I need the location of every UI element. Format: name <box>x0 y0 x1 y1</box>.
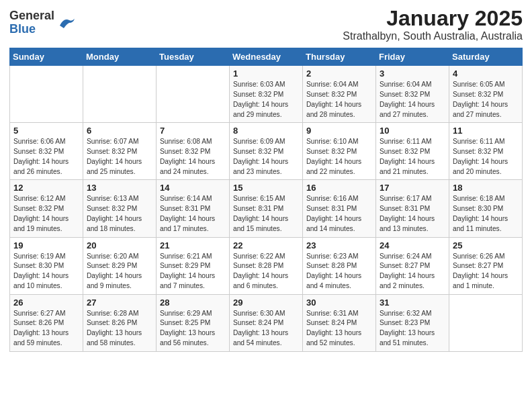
day-number: 21 <box>160 240 226 250</box>
logo: General Blue <box>9 7 76 36</box>
table-row <box>10 66 83 123</box>
calendar-title: January 2025 <box>343 7 523 30</box>
table-row: 22Sunrise: 6:22 AM Sunset: 8:28 PM Dayli… <box>230 237 303 294</box>
table-row: 29Sunrise: 6:30 AM Sunset: 8:24 PM Dayli… <box>230 294 303 351</box>
table-row: 30Sunrise: 6:31 AM Sunset: 8:24 PM Dayli… <box>303 294 376 351</box>
logo-blue-text: Blue <box>9 22 36 36</box>
day-info: Sunrise: 6:04 AM Sunset: 8:32 PM Dayligh… <box>380 80 445 120</box>
day-number: 16 <box>306 183 372 193</box>
day-number: 14 <box>160 183 226 193</box>
day-number: 19 <box>13 240 79 250</box>
day-number: 25 <box>453 240 519 250</box>
day-info: Sunrise: 6:21 AM Sunset: 8:29 PM Dayligh… <box>160 252 226 291</box>
day-info: Sunrise: 6:10 AM Sunset: 8:32 PM Dayligh… <box>306 137 372 177</box>
table-row: 26Sunrise: 6:27 AM Sunset: 8:26 PM Dayli… <box>10 294 83 351</box>
table-row: 25Sunrise: 6:26 AM Sunset: 8:27 PM Dayli… <box>449 237 523 294</box>
day-info: Sunrise: 6:05 AM Sunset: 8:32 PM Dayligh… <box>453 80 519 120</box>
day-info: Sunrise: 6:22 AM Sunset: 8:28 PM Dayligh… <box>233 252 299 291</box>
calendar-table: Sunday Monday Tuesday Wednesday Thursday… <box>9 48 523 352</box>
day-info: Sunrise: 6:20 AM Sunset: 8:29 PM Dayligh… <box>87 252 152 291</box>
logo-bird-icon <box>57 16 76 30</box>
table-row: 15Sunrise: 6:15 AM Sunset: 8:31 PM Dayli… <box>230 180 303 237</box>
table-row: 10Sunrise: 6:11 AM Sunset: 8:32 PM Dayli… <box>376 123 449 180</box>
logo-general-text: General <box>9 9 54 22</box>
day-number: 11 <box>453 126 519 136</box>
header-thursday: Thursday <box>303 48 376 66</box>
table-row: 3Sunrise: 6:04 AM Sunset: 8:32 PM Daylig… <box>376 66 449 123</box>
table-row: 20Sunrise: 6:20 AM Sunset: 8:29 PM Dayli… <box>83 237 157 294</box>
table-row: 11Sunrise: 6:11 AM Sunset: 8:32 PM Dayli… <box>449 123 523 180</box>
day-number: 29 <box>233 298 299 308</box>
table-row: 28Sunrise: 6:29 AM Sunset: 8:25 PM Dayli… <box>157 294 230 351</box>
table-row: 12Sunrise: 6:12 AM Sunset: 8:32 PM Dayli… <box>10 180 83 237</box>
day-number: 10 <box>380 126 445 136</box>
day-number: 30 <box>306 298 372 308</box>
day-info: Sunrise: 6:09 AM Sunset: 8:32 PM Dayligh… <box>233 137 299 177</box>
table-row: 17Sunrise: 6:17 AM Sunset: 8:31 PM Dayli… <box>376 180 449 237</box>
day-number: 12 <box>13 183 79 193</box>
day-number: 23 <box>306 240 372 250</box>
day-number: 3 <box>380 68 445 79</box>
table-row: 18Sunrise: 6:18 AM Sunset: 8:30 PM Dayli… <box>449 180 523 237</box>
day-info: Sunrise: 6:30 AM Sunset: 8:24 PM Dayligh… <box>233 309 299 349</box>
header-sunday: Sunday <box>10 48 83 66</box>
day-info: Sunrise: 6:27 AM Sunset: 8:26 PM Dayligh… <box>13 309 79 349</box>
table-row: 21Sunrise: 6:21 AM Sunset: 8:29 PM Dayli… <box>157 237 230 294</box>
day-info: Sunrise: 6:07 AM Sunset: 8:32 PM Dayligh… <box>87 137 152 177</box>
day-number: 13 <box>87 183 152 193</box>
day-number: 6 <box>87 126 152 136</box>
day-number: 5 <box>13 126 79 136</box>
day-info: Sunrise: 6:15 AM Sunset: 8:31 PM Dayligh… <box>233 194 299 234</box>
day-info: Sunrise: 6:06 AM Sunset: 8:32 PM Dayligh… <box>13 137 79 177</box>
day-info: Sunrise: 6:17 AM Sunset: 8:31 PM Dayligh… <box>380 194 445 234</box>
day-info: Sunrise: 6:29 AM Sunset: 8:25 PM Dayligh… <box>160 309 226 349</box>
day-info: Sunrise: 6:16 AM Sunset: 8:31 PM Dayligh… <box>306 194 372 234</box>
calendar-week-row: 1Sunrise: 6:03 AM Sunset: 8:32 PM Daylig… <box>10 66 523 123</box>
table-row: 24Sunrise: 6:24 AM Sunset: 8:27 PM Dayli… <box>376 237 449 294</box>
header-friday: Friday <box>376 48 449 66</box>
table-row: 8Sunrise: 6:09 AM Sunset: 8:32 PM Daylig… <box>230 123 303 180</box>
table-row <box>449 294 523 351</box>
title-block: January 2025 Strathalbyn, South Australi… <box>343 7 523 42</box>
day-info: Sunrise: 6:32 AM Sunset: 8:23 PM Dayligh… <box>380 309 445 349</box>
day-number: 22 <box>233 240 299 250</box>
table-row: 2Sunrise: 6:04 AM Sunset: 8:32 PM Daylig… <box>303 66 376 123</box>
day-number: 15 <box>233 183 299 193</box>
table-row: 4Sunrise: 6:05 AM Sunset: 8:32 PM Daylig… <box>449 66 523 123</box>
day-info: Sunrise: 6:08 AM Sunset: 8:32 PM Dayligh… <box>160 137 226 177</box>
day-info: Sunrise: 6:28 AM Sunset: 8:26 PM Dayligh… <box>87 309 152 349</box>
day-number: 17 <box>380 183 445 193</box>
header-monday: Monday <box>83 48 157 66</box>
day-number: 28 <box>160 298 226 308</box>
header-wednesday: Wednesday <box>230 48 303 66</box>
day-number: 4 <box>453 68 519 79</box>
day-number: 31 <box>380 298 445 308</box>
table-row: 23Sunrise: 6:23 AM Sunset: 8:28 PM Dayli… <box>303 237 376 294</box>
calendar-week-row: 5Sunrise: 6:06 AM Sunset: 8:32 PM Daylig… <box>10 123 523 180</box>
day-info: Sunrise: 6:18 AM Sunset: 8:30 PM Dayligh… <box>453 194 519 234</box>
page: General Blue January 2025 Strathalbyn, S… <box>0 0 532 411</box>
table-row: 14Sunrise: 6:14 AM Sunset: 8:31 PM Dayli… <box>157 180 230 237</box>
day-info: Sunrise: 6:12 AM Sunset: 8:32 PM Dayligh… <box>13 194 79 234</box>
day-info: Sunrise: 6:11 AM Sunset: 8:32 PM Dayligh… <box>380 137 445 177</box>
table-row: 19Sunrise: 6:19 AM Sunset: 8:30 PM Dayli… <box>10 237 83 294</box>
day-info: Sunrise: 6:31 AM Sunset: 8:24 PM Dayligh… <box>306 309 372 349</box>
calendar-week-row: 26Sunrise: 6:27 AM Sunset: 8:26 PM Dayli… <box>10 294 523 351</box>
day-info: Sunrise: 6:11 AM Sunset: 8:32 PM Dayligh… <box>453 137 519 177</box>
day-info: Sunrise: 6:04 AM Sunset: 8:32 PM Dayligh… <box>306 80 372 120</box>
table-row: 13Sunrise: 6:13 AM Sunset: 8:32 PM Dayli… <box>83 180 157 237</box>
day-info: Sunrise: 6:19 AM Sunset: 8:30 PM Dayligh… <box>13 252 79 291</box>
day-number: 18 <box>453 183 519 193</box>
header: General Blue January 2025 Strathalbyn, S… <box>9 7 523 42</box>
table-row: 6Sunrise: 6:07 AM Sunset: 8:32 PM Daylig… <box>83 123 157 180</box>
table-row <box>157 66 230 123</box>
calendar-week-row: 19Sunrise: 6:19 AM Sunset: 8:30 PM Dayli… <box>10 237 523 294</box>
day-number: 20 <box>87 240 152 250</box>
day-number: 26 <box>13 298 79 308</box>
table-row: 5Sunrise: 6:06 AM Sunset: 8:32 PM Daylig… <box>10 123 83 180</box>
day-number: 2 <box>306 68 372 79</box>
day-number: 27 <box>87 298 152 308</box>
calendar-subtitle: Strathalbyn, South Australia, Australia <box>343 30 523 42</box>
day-number: 8 <box>233 126 299 136</box>
header-tuesday: Tuesday <box>157 48 230 66</box>
